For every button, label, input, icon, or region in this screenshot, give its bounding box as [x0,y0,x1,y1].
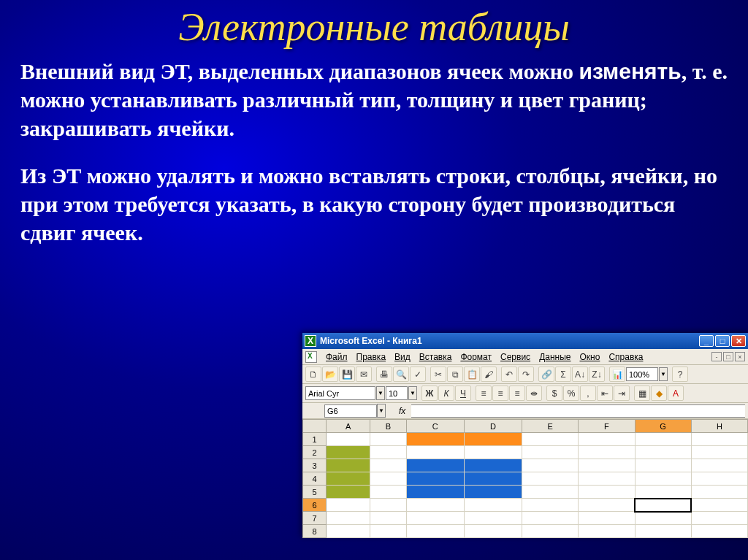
percent-icon[interactable]: % [563,386,579,401]
cell-H1[interactable] [691,433,747,446]
col-header-C[interactable]: C [406,420,464,433]
row-header-1[interactable]: 1 [303,433,327,446]
cell-F7[interactable] [579,512,635,525]
font-dropdown-icon[interactable]: ▼ [376,386,385,400]
save-icon[interactable]: 💾 [339,367,355,382]
cell-D4[interactable] [464,472,522,486]
menu-data[interactable]: Данные [535,352,575,362]
cell-G2[interactable] [635,446,691,459]
font-selector[interactable]: Arial Cyr [305,386,375,400]
menu-view[interactable]: Вид [390,352,415,362]
align-right-icon[interactable]: ≡ [509,386,525,401]
cell-F4[interactable] [579,472,635,486]
cell-B5[interactable] [370,486,406,499]
cell-B8[interactable] [370,525,406,538]
menu-insert[interactable]: Вставка [415,352,457,362]
menu-edit[interactable]: Правка [352,352,391,362]
cell-A8[interactable] [327,525,370,538]
align-left-icon[interactable]: ≡ [476,386,492,401]
cell-G3[interactable] [635,459,691,472]
cell-E1[interactable] [522,433,579,446]
cell-F6[interactable] [579,499,635,512]
cell-A7[interactable] [327,512,370,525]
underline-button[interactable]: Ч [455,386,471,401]
row-header-6[interactable]: 6 [303,499,327,512]
cell-G7[interactable] [635,512,691,525]
print-preview-icon[interactable]: 🔍 [393,367,409,382]
cell-C7[interactable] [406,512,464,525]
cell-A1[interactable] [327,433,370,446]
cell-C1[interactable] [406,433,464,446]
cell-B3[interactable] [370,459,406,472]
doc-minimize-button[interactable]: - [711,352,722,361]
cell-D3[interactable] [464,459,522,472]
undo-icon[interactable]: ↶ [501,367,517,382]
row-header-2[interactable]: 2 [303,446,327,459]
hyperlink-icon[interactable]: 🔗 [538,367,554,382]
merge-center-icon[interactable]: ⇹ [526,386,542,401]
cell-E2[interactable] [522,446,579,459]
new-file-icon[interactable]: 🗋 [305,367,321,382]
cell-C2[interactable] [406,446,464,459]
increase-indent-icon[interactable]: ⇥ [614,386,630,401]
col-header-B[interactable]: B [370,420,406,433]
cell-H3[interactable] [691,459,747,472]
print-icon[interactable]: 🖶 [376,367,392,382]
comma-style-icon[interactable]: , [580,386,596,401]
cell-F5[interactable] [579,486,635,499]
currency-icon[interactable]: $ [546,386,562,401]
name-dropdown-icon[interactable]: ▼ [377,404,386,418]
copy-icon[interactable]: ⧉ [447,367,463,382]
doc-close-button[interactable]: × [735,352,745,361]
borders-icon[interactable]: ▦ [634,386,650,401]
doc-restore-button[interactable]: □ [723,352,733,361]
zoom-dropdown-icon[interactable]: ▼ [659,367,668,381]
select-all-corner[interactable] [303,420,327,433]
autosum-icon[interactable]: Σ [555,367,571,382]
menu-service[interactable]: Сервис [496,352,535,362]
cell-E3[interactable] [522,459,579,472]
cell-C8[interactable] [406,525,464,538]
spellcheck-icon[interactable]: ✓ [410,367,426,382]
mail-icon[interactable]: ✉ [356,367,372,382]
cell-E7[interactable] [522,512,579,525]
redo-icon[interactable]: ↷ [518,367,534,382]
open-file-icon[interactable]: 📂 [322,367,338,382]
col-header-E[interactable]: E [522,420,579,433]
cell-A6[interactable] [327,499,370,512]
bold-button[interactable]: Ж [421,386,438,401]
cell-C4[interactable] [406,472,464,486]
size-dropdown-icon[interactable]: ▼ [408,386,417,400]
font-color-icon[interactable]: A [668,386,684,401]
cell-A2[interactable] [327,446,370,459]
font-size-selector[interactable]: 10 [386,386,408,400]
cell-D5[interactable] [464,486,522,499]
cell-G1[interactable] [635,433,691,446]
cell-H7[interactable] [691,512,747,525]
cell-H2[interactable] [691,446,747,459]
minimize-button[interactable]: _ [699,335,714,347]
cell-E6[interactable] [522,499,579,512]
cell-A4[interactable] [327,472,370,486]
format-painter-icon[interactable]: 🖌 [481,367,497,382]
cell-E8[interactable] [522,525,579,538]
cell-G4[interactable] [635,472,691,486]
cell-B4[interactable] [370,472,406,486]
cell-E5[interactable] [522,486,579,499]
align-center-icon[interactable]: ≡ [492,386,508,401]
sort-desc-icon[interactable]: Z↓ [589,367,605,382]
col-header-A[interactable]: A [327,420,370,433]
col-header-D[interactable]: D [464,420,522,433]
cell-H8[interactable] [691,525,747,538]
cell-B7[interactable] [370,512,406,525]
menu-window[interactable]: Окно [575,352,604,362]
col-header-G[interactable]: G [635,420,691,433]
cell-G6-active[interactable] [635,499,691,512]
cell-D6[interactable] [464,499,522,512]
row-header-5[interactable]: 5 [303,486,327,499]
cell-D7[interactable] [464,512,522,525]
cell-C3[interactable] [406,459,464,472]
name-box[interactable]: G6 [324,404,377,418]
help-icon[interactable]: ? [672,367,688,382]
decrease-indent-icon[interactable]: ⇤ [597,386,613,401]
